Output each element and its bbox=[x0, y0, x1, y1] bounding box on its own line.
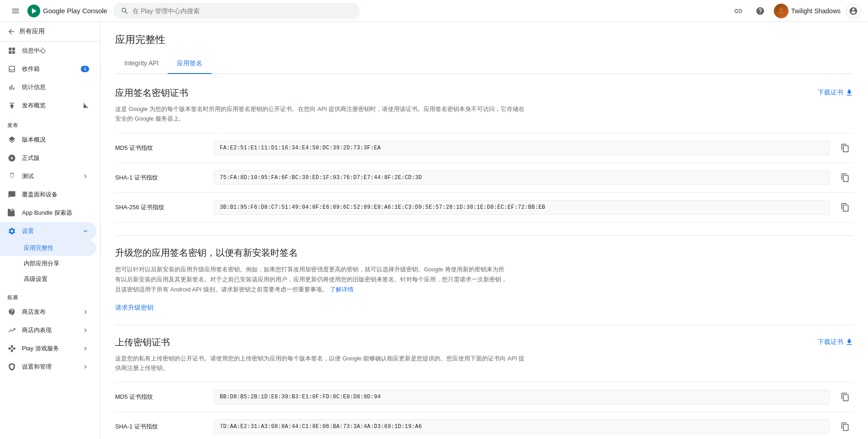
expand-icon-4 bbox=[82, 363, 89, 370]
expand-section-label: 拓展 bbox=[0, 287, 100, 303]
fingerprint-row-md5: MD5 证书指纹 FA:E2:51:E1:11:D1:16:34:E4:50:D… bbox=[115, 133, 853, 163]
sidebar-item-release[interactable]: 正式版 bbox=[0, 149, 96, 167]
sidebar-item-stats[interactable]: 统计信息 bbox=[0, 78, 96, 96]
expand-icon-2 bbox=[82, 327, 89, 334]
sidebar-item-info[interactable]: 信息中心 bbox=[0, 42, 96, 60]
sha1-label: SHA-1 证书指纹 bbox=[115, 174, 206, 182]
back-to-all-apps[interactable]: 所有应用 bbox=[0, 22, 100, 42]
sidebar-item-play-games[interactable]: Play 游戏服务 bbox=[0, 339, 96, 358]
search-input[interactable] bbox=[132, 7, 353, 15]
sidebar-item-bundle[interactable]: App Bundle 探索器 bbox=[0, 204, 96, 222]
copy-upload-md5-button[interactable] bbox=[837, 389, 853, 405]
download-icon bbox=[845, 89, 853, 97]
sidebar-item-settings-mgmt[interactable]: 设置和管理 bbox=[0, 358, 96, 376]
bundle-icon bbox=[7, 208, 16, 217]
upgrade-desc: 您可以针对以后新安装的应用升级应用签名密钥。例如，如果您打算改用加密强度更高的密… bbox=[115, 264, 508, 295]
layers-icon bbox=[7, 135, 16, 144]
sidebar-item-publish[interactable]: 发布概览 bbox=[0, 96, 96, 115]
upload-cert-section: 上传密钥证书 下载证书 这是您的私有上传密钥的公开证书。请使用您的上传密钥为应用… bbox=[115, 325, 853, 439]
copy-sha256-button[interactable] bbox=[837, 199, 853, 216]
inbox-icon bbox=[7, 64, 16, 74]
topbar-right: Twilight Shadows bbox=[730, 3, 861, 19]
sidebar-subitem-label: 应用完整性 bbox=[24, 244, 53, 252]
sidebar-item-label: 商店发布 bbox=[22, 308, 46, 316]
sidebar-item-version[interactable]: 版本概况 bbox=[0, 131, 96, 149]
sidebar-subitem-label: 内部应用分享 bbox=[24, 259, 59, 268]
sidebar-item-label: 测试 bbox=[22, 172, 34, 180]
upload-md5-value: BB:D8:B5:2B:1D:E6:39:B3:E1:0F:FD:0C:E0:D… bbox=[214, 390, 830, 404]
settings-mgmt-icon bbox=[7, 362, 16, 371]
request-upgrade-link[interactable]: 请求升级密钥 bbox=[115, 304, 153, 312]
sidebar-subitem-advanced[interactable]: 高级设置 bbox=[0, 271, 96, 287]
logo-icon bbox=[27, 5, 40, 17]
sidebar-item-label: 统计信息 bbox=[22, 83, 46, 91]
sidebar-item-store-publish[interactable]: 商店发布 bbox=[0, 303, 96, 321]
publish-icon bbox=[7, 101, 16, 110]
settings-icon bbox=[7, 227, 16, 236]
sidebar-subitem-internal-share[interactable]: 内部应用分享 bbox=[0, 256, 96, 271]
copy-icon bbox=[841, 143, 850, 153]
download-signing-cert-link[interactable]: 下载证书 bbox=[818, 89, 853, 97]
sidebar-item-store-perf[interactable]: 商店内表现 bbox=[0, 321, 96, 339]
copy-sha1-button[interactable] bbox=[837, 169, 853, 186]
copy-upload-sha1-button[interactable] bbox=[837, 418, 853, 435]
sha1-value: 75:FA:8D:10:95:FA:6F:BC:39:ED:1F:93:76:D… bbox=[214, 170, 830, 185]
avatar-icon bbox=[777, 6, 786, 16]
sidebar-subitem-label: 高级设置 bbox=[24, 275, 48, 283]
chevron-right-icon bbox=[82, 173, 89, 180]
copy-icon-4 bbox=[841, 392, 850, 402]
copy-icon-2 bbox=[841, 173, 850, 182]
user-info: Twilight Shadows bbox=[774, 4, 841, 18]
signing-cert-title: 应用签名密钥证书 bbox=[115, 87, 188, 99]
sidebar-item-inbox[interactable]: 收件箱 4 bbox=[0, 60, 96, 78]
layout: 所有应用 信息中心 收件箱 4 统计信息 发布概览 bbox=[0, 22, 868, 439]
upload-cert-title: 上传密钥证书 bbox=[115, 336, 170, 349]
sidebar-subitem-app-integrity[interactable]: 应用完整性 bbox=[0, 240, 96, 256]
notification-off-icon bbox=[82, 102, 89, 109]
coverage-icon bbox=[7, 190, 16, 199]
barchart-icon bbox=[7, 83, 16, 92]
tab-app-signing[interactable]: 应用签名 bbox=[168, 54, 212, 74]
fingerprint-row-sha256: SHA-256 证书指纹 3B:B1:95:F6:D8:C7:51:49:04:… bbox=[115, 193, 853, 222]
games-icon bbox=[7, 344, 16, 353]
copy-md5-button[interactable] bbox=[837, 140, 853, 156]
sidebar-item-test[interactable]: 测试 bbox=[0, 167, 96, 185]
signing-cert-header: 应用签名密钥证书 下载证书 bbox=[115, 87, 853, 105]
sidebar-item-coverage[interactable]: 覆盖面和设备 bbox=[0, 185, 96, 204]
copy-icon-3 bbox=[841, 203, 850, 212]
sidebar-item-label: 版本概况 bbox=[22, 136, 46, 144]
sidebar-item-label: 商店内表现 bbox=[22, 326, 52, 334]
md5-value: FA:E2:51:E1:11:D1:16:34:E4:50:DC:39:2D:7… bbox=[214, 141, 830, 155]
menu-button[interactable] bbox=[7, 3, 24, 19]
inbox-badge: 4 bbox=[81, 66, 89, 72]
avatar[interactable] bbox=[774, 4, 789, 18]
sidebar-item-label: 信息中心 bbox=[22, 47, 46, 55]
sidebar-item-settings[interactable]: 设置 bbox=[0, 222, 96, 240]
topbar-left: Google Play Console bbox=[7, 3, 108, 19]
download-upload-cert-link[interactable]: 下载证书 bbox=[818, 338, 853, 346]
upload-sha1-value: 7D:AA:E2:31:A3:08:8A:44:C1:8E:06:BA:73:3… bbox=[214, 419, 830, 434]
back-label: 所有应用 bbox=[19, 27, 45, 36]
signing-cert-desc: 这是 Google 为您的每个版本签名时所用的应用签名密钥的公开证书。在您向 A… bbox=[115, 105, 526, 124]
signing-cert-section: 应用签名密钥证书 下载证书 这是 Google 为您的每个版本签名时所用的应用签… bbox=[115, 87, 853, 222]
upload-sha1-label: SHA-1 证书指纹 bbox=[115, 423, 206, 431]
page-title: 应用完整性 bbox=[115, 33, 853, 47]
upload-fingerprints: MD5 证书指纹 BB:D8:B5:2B:1D:E6:39:B3:E1:0F:F… bbox=[115, 382, 853, 439]
md5-label: MD5 证书指纹 bbox=[115, 144, 206, 152]
upload-cert-header: 上传密钥证书 下载证书 bbox=[115, 336, 853, 354]
sidebar-item-label: App Bundle 探索器 bbox=[22, 209, 72, 217]
user-name: Twilight Shadows bbox=[791, 7, 841, 15]
upload-fingerprint-row-sha1: SHA-1 证书指纹 7D:AA:E2:31:A3:08:8A:44:C1:8E… bbox=[115, 412, 853, 439]
help-icon-button[interactable] bbox=[752, 3, 768, 19]
tab-integrity-api[interactable]: Integrity API bbox=[115, 54, 168, 74]
copy-icon-5 bbox=[841, 422, 850, 431]
search-bar[interactable]: document.querySelector('[data-name="sear… bbox=[113, 3, 360, 19]
account-icon-button[interactable] bbox=[846, 4, 861, 18]
sha256-value: 3B:B1:95:F6:D8:C7:51:49:04:0F:E6:89:6C:5… bbox=[214, 200, 830, 215]
search-icon bbox=[121, 7, 129, 15]
link-icon-button[interactable] bbox=[730, 3, 746, 19]
test-icon bbox=[7, 172, 16, 181]
release-icon bbox=[7, 153, 16, 163]
learn-more-link[interactable]: 了解详情 bbox=[330, 286, 354, 293]
topbar: Google Play Console document.querySelect… bbox=[0, 0, 868, 22]
